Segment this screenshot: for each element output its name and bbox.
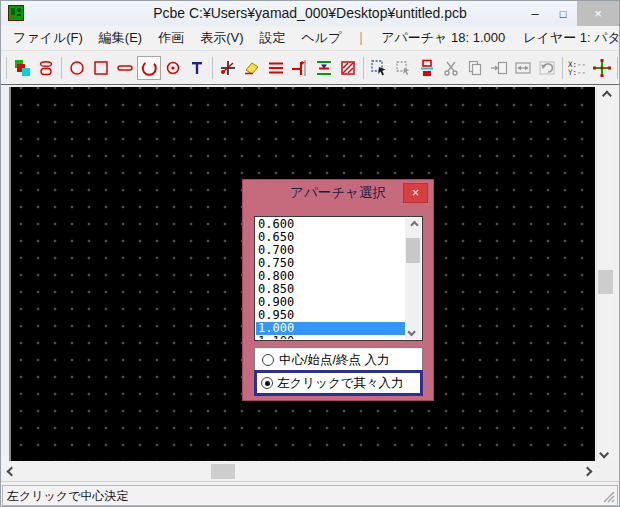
menu-help[interactable]: ヘルプ — [294, 26, 350, 50]
arc-tool-button[interactable] — [137, 56, 161, 80]
line-tool-button[interactable] — [113, 56, 137, 80]
scrollbar-corner — [596, 463, 614, 480]
vscroll-thumb[interactable] — [598, 270, 613, 294]
chevron-down-icon — [407, 328, 415, 336]
radio-checked-icon — [261, 377, 273, 389]
cut-icon — [442, 59, 460, 77]
land-pin-icon — [219, 59, 237, 77]
aperture-listbox: 0.600 0.650 0.700 0.750 0.800 0.850 0.90… — [254, 216, 423, 341]
radio-dot — [265, 381, 270, 386]
select-icon — [370, 59, 388, 77]
dialog-close-button[interactable]: × — [403, 183, 428, 203]
statusbar: 左クリックで中心決定 — [1, 481, 619, 507]
titlebar[interactable]: Pcbe C:¥Users¥yamad_000¥Desktop¥untitled… — [1, 1, 619, 26]
menu-file[interactable]: ファイル(F) — [5, 26, 91, 50]
chevron-up-icon — [410, 221, 418, 229]
select-button[interactable] — [367, 56, 391, 80]
circle-tool-button[interactable] — [65, 56, 89, 80]
xy-coords-button[interactable]: X:-- Y:-- — [566, 56, 590, 80]
eraser-button[interactable] — [240, 56, 264, 80]
minimize-button[interactable]: – — [521, 1, 549, 26]
aperture-shapes-icon — [37, 59, 55, 77]
toolbar-separator — [562, 57, 563, 79]
aperture-list-item[interactable]: 1.100 — [256, 335, 405, 339]
toolbar-separator — [617, 57, 618, 79]
eraser-icon — [243, 59, 261, 77]
menu-draw[interactable]: 作画 — [150, 26, 192, 50]
chevron-right-icon — [582, 467, 592, 477]
aperture-select-dialog: アパーチャ選択 × 0.600 0.650 0.700 0.750 0.800 … — [242, 179, 434, 401]
radio-left-click-each[interactable]: 左クリックで其々入力 — [254, 370, 423, 396]
move-selection-icon — [394, 59, 412, 77]
aperture-list: 0.600 0.650 0.700 0.750 0.800 0.850 0.90… — [256, 218, 405, 339]
text-tool-button[interactable] — [185, 56, 209, 80]
menu-view[interactable]: 表示(V) — [192, 26, 251, 50]
menu-settings[interactable]: 設定 — [252, 26, 294, 50]
status-text: 左クリックで中心決定 — [7, 488, 128, 505]
paste-icon — [490, 59, 508, 77]
text-tool-icon — [188, 59, 206, 77]
arc-tool-icon — [140, 59, 158, 77]
maximize-button[interactable]: □ — [549, 1, 577, 26]
line-tool-icon — [116, 59, 134, 77]
radio-center-start-end[interactable]: 中心/始点/終点 入力 — [256, 349, 421, 371]
radio-label: 左クリックで其々入力 — [277, 375, 403, 392]
copy-icon — [466, 59, 484, 77]
horizontal-scrollbar[interactable] — [3, 463, 595, 480]
layers-button[interactable] — [10, 56, 34, 80]
rect-tool-button[interactable] — [89, 56, 113, 80]
aperture-status[interactable]: アパーチャ 18: 1.000 — [372, 29, 514, 47]
chevron-left-icon — [6, 467, 16, 477]
fit-width-button — [511, 56, 535, 80]
terminal-button[interactable] — [288, 56, 312, 80]
aperture-shapes-button[interactable] — [34, 56, 58, 80]
chevron-up-icon — [602, 90, 612, 100]
layer-status[interactable]: レイヤー 1: パターン-A — [514, 29, 620, 47]
resize-grip[interactable] — [602, 490, 615, 503]
menu-edit[interactable]: 編集(E) — [91, 26, 150, 50]
svg-text:Y:--: Y:-- — [568, 68, 586, 77]
hscroll-right-button[interactable] — [579, 463, 595, 480]
hscroll-left-button[interactable] — [3, 463, 19, 480]
input-mode-panel: 中心/始点/終点 入力 左クリックで其々入力 — [254, 347, 423, 396]
toolbar-separator — [212, 57, 213, 79]
toolbar-separator — [6, 57, 7, 79]
window-controls: – □ × — [521, 1, 619, 26]
menu-divider: ｜ — [349, 29, 372, 47]
list-scrollbar[interactable] — [405, 218, 421, 339]
paste-button — [487, 56, 511, 80]
pad-stack-icon — [418, 59, 436, 77]
crosshair-button[interactable] — [590, 56, 614, 80]
status-field: 左クリックで中心決定 — [2, 485, 618, 506]
multiline-button[interactable] — [264, 56, 288, 80]
pad-stack-button[interactable] — [415, 56, 439, 80]
align-icon — [315, 59, 333, 77]
layers-icon — [13, 59, 31, 77]
move-selection-button — [391, 56, 415, 80]
crosshair-icon — [593, 59, 611, 77]
list-scroll-up-button[interactable] — [405, 218, 421, 232]
land-pin-button[interactable] — [216, 56, 240, 80]
vertical-scrollbar[interactable] — [596, 87, 614, 461]
vscroll-up-button[interactable] — [597, 87, 614, 103]
multiline-icon — [267, 59, 285, 77]
align-button[interactable] — [312, 56, 336, 80]
menubar: ファイル(F) 編集(E) 作画 表示(V) 設定 ヘルプ ｜ アパーチャ 18… — [1, 26, 619, 51]
hatch-fill-icon — [339, 59, 357, 77]
toolbar-separator — [61, 57, 62, 79]
pcbe-window: Pcbe C:¥Users¥yamad_000¥Desktop¥untitled… — [0, 0, 620, 507]
toolbar: X:-- Y:-- — [1, 51, 619, 84]
vscroll-down-button[interactable] — [597, 445, 614, 461]
pad-tool-icon — [164, 59, 182, 77]
undo-icon — [538, 59, 556, 77]
hscroll-thumb[interactable] — [211, 464, 235, 479]
copy-button — [463, 56, 487, 80]
toolbar-separator — [363, 57, 364, 79]
hatch-fill-button[interactable] — [336, 56, 360, 80]
list-scroll-down-button[interactable] — [405, 325, 421, 339]
pad-tool-button[interactable] — [161, 56, 185, 80]
undo-button — [535, 56, 559, 80]
close-window-button[interactable]: × — [577, 1, 619, 26]
list-scroll-thumb[interactable] — [406, 238, 420, 263]
cut-button — [439, 56, 463, 80]
